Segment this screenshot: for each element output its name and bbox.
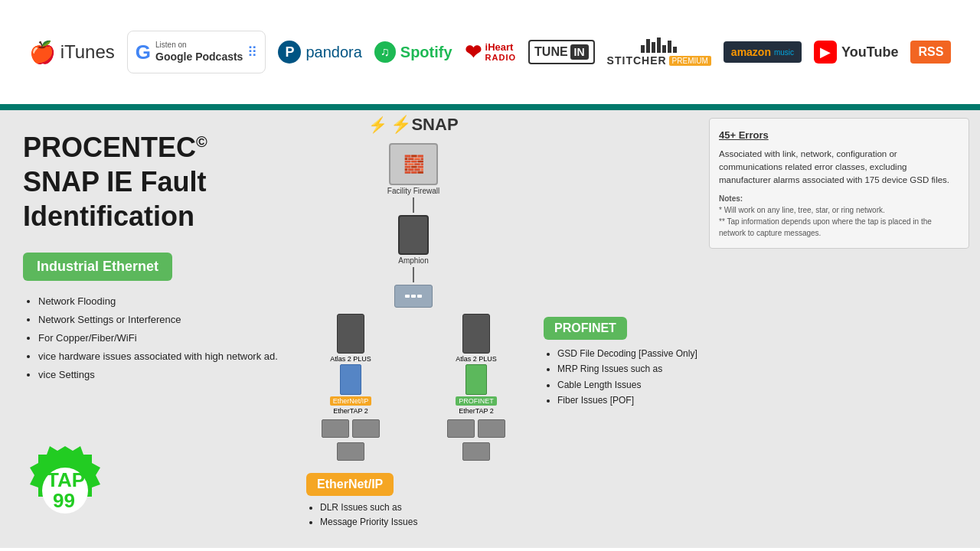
device-r3 (462, 442, 490, 461)
device-l2 (352, 419, 380, 438)
gpod-dots-icon: ⠿ (247, 44, 257, 60)
enet-bullet-2: Message Priority Issues (320, 515, 528, 530)
stitcher-badge[interactable]: STITCHER PREMIUM (607, 37, 711, 67)
pandora-icon: P (278, 41, 301, 64)
ie-bullets-list: Network Flooding Network Settings or Int… (23, 293, 279, 383)
enet-tap-label: EtherNet/IP (330, 396, 372, 406)
atlas-device-left-icon (337, 314, 364, 354)
spotify-label: Spotify (400, 44, 452, 61)
bottom-devices-left (322, 419, 380, 438)
ethertap-left-label: EtherTAP 2 (333, 407, 368, 415)
stitcher-bars-icon (641, 37, 677, 53)
amphion-device-icon (398, 215, 429, 255)
google-podcasts-badge[interactable]: G Listen on Google Podcasts ⠿ (127, 31, 266, 73)
youtube-badge[interactable]: ▶ YouTube (814, 41, 898, 64)
ie-bullet-2: Network Settings or Interference (38, 311, 279, 328)
itunes-badge[interactable]: 🍎 iTunes (29, 40, 115, 65)
gpod-line1: Listen on (155, 40, 243, 50)
pandora-badge[interactable]: P pandora (278, 41, 361, 64)
firewall-label: Facility Firewall (387, 187, 439, 195)
vline-1 (413, 197, 414, 213)
tunein-in-label: IN (570, 44, 589, 60)
spotify-icon: ♫ (374, 41, 396, 63)
gpod-line2: Google Podcasts (155, 50, 243, 64)
profinet-section: PROFINET GSD File Decoding [Passive Only… (536, 317, 966, 409)
errors-note2: ** Tap information depends upon where th… (719, 216, 959, 239)
amazon-icon: amazon (731, 46, 771, 58)
amazon-music-badge[interactable]: amazon music (724, 41, 802, 63)
svg-text:99: 99 (53, 489, 75, 512)
tunein-badge[interactable]: TUNE IN (528, 40, 595, 64)
firewall-icon: 🧱 (389, 143, 438, 185)
firewall-node: 🧱 Facility Firewall (387, 143, 439, 195)
amphion-label: Amphion (398, 256, 428, 265)
spotify-badge[interactable]: ♫ Spotify (374, 41, 452, 63)
stitcher-premium-badge: PREMIUM (669, 56, 711, 66)
right-branch: Atlas 2 PLUS PROFINET EtherTAP 2 (447, 314, 505, 461)
profinet-bullet-3: Cable Length Issues (557, 377, 966, 393)
stitcher-label: STITCHER (607, 54, 667, 67)
iheart-radio-label: RADIO (485, 53, 516, 62)
bottom-devices-right (447, 419, 505, 438)
vline-2 (413, 267, 414, 282)
errors-box: 45+ Errors Associated with link, network… (709, 118, 969, 249)
youtube-play-icon: ▶ (814, 41, 837, 64)
ie-extra-1: vice hardware issues associated with hig… (38, 348, 279, 365)
itunes-label: iTunes (60, 41, 115, 63)
switch-icon (394, 285, 433, 308)
enet-bullets-list: DLR Issues such as Message Priority Issu… (306, 500, 528, 530)
profinet-bullets-list: GSD File Decoding [Passive Only] MRP Rin… (544, 346, 966, 409)
network-diagram: 🧱 Facility Firewall Amphion (299, 141, 528, 461)
profinet-bullet-2: MRP Ring Issues such as (557, 361, 966, 377)
rss-badge[interactable]: RSS (910, 41, 951, 64)
atlas-left-label: Atlas 2 PLUS (330, 355, 371, 363)
iheart-label: iHeart (485, 42, 516, 53)
center-panel: ⚡ ⚡SNAP 🧱 Facility Firewall Amphion (299, 107, 528, 548)
industrial-ethernet-badge: Industrial Ethernet (23, 253, 172, 281)
rss-label: RSS (918, 45, 943, 58)
snap-lightning-icon: ⚡ (368, 116, 387, 134)
ie-bullet-1: Network Flooding (38, 293, 279, 310)
device-r2 (478, 419, 505, 438)
switch-node (394, 285, 433, 308)
profinet-bullet-4: Fiber Issues [POF] (557, 393, 966, 408)
snap-title: ⚡ ⚡SNAP (368, 115, 458, 135)
page-title: PROCENTEC© SNAP IE Fault Identification (23, 130, 279, 233)
device-l3 (337, 442, 364, 461)
top-bar: 🍎 iTunes G Listen on Google Podcasts ⠿ P… (0, 0, 980, 107)
profinet-bullet-1: GSD File Decoding [Passive Only] (557, 346, 966, 361)
device-l1 (322, 419, 349, 438)
enet-bullet-1: DLR Issues such as (320, 500, 528, 515)
errors-title: 45+ Errors (719, 128, 959, 143)
tap-logo: TAP 99 (15, 441, 115, 540)
left-panel: PROCENTEC© SNAP IE Fault Identification … (0, 107, 299, 548)
horizontal-branch: Atlas 2 PLUS EtherNet/IP EtherTAP 2 (322, 314, 505, 461)
device-r1 (447, 419, 475, 438)
ie-bullet-3: For Copper/Fiber/WiFi (38, 330, 279, 347)
main-content: PROCENTEC© SNAP IE Fault Identification … (0, 107, 980, 548)
etherTAP-device-right-icon (466, 364, 487, 395)
ethertap-right-label: EtherTAP 2 (459, 407, 494, 415)
errors-notes: Notes: * Will work on any line, tree, st… (719, 193, 959, 239)
amphion-node: Amphion (398, 215, 429, 265)
profinet-badge: PROFINET (544, 317, 627, 340)
amazon-music-label: music (774, 48, 794, 57)
youtube-label: YouTube (841, 44, 898, 60)
right-panel: 45+ Errors Associated with link, network… (528, 107, 980, 548)
ethernet-ip-badge: EtherNet/IP (306, 473, 394, 496)
google-podcasts-icon: G (136, 41, 151, 64)
left-branch: Atlas 2 PLUS EtherNet/IP EtherTAP 2 (322, 314, 380, 461)
atlas-device-right-icon (462, 314, 490, 354)
errors-note1: * Will work on any line, tree, star, or … (719, 204, 959, 216)
iheart-icon: ❤ (465, 41, 482, 64)
iheart-badge[interactable]: ❤ iHeart RADIO (465, 41, 516, 64)
errors-description: Associated with link, network, configura… (719, 148, 959, 187)
errors-notes-title: Notes: (719, 194, 743, 203)
enet-section: EtherNet/IP DLR Issues such as Message P… (299, 467, 528, 530)
atlas-right-label: Atlas 2 PLUS (456, 355, 497, 363)
apple-icon: 🍎 (29, 40, 56, 65)
svg-text:TAP: TAP (47, 468, 85, 491)
pandora-label: pandora (305, 44, 361, 61)
etherTAP-device-left-icon (340, 364, 361, 395)
tunein-label: TUNE (534, 45, 568, 59)
